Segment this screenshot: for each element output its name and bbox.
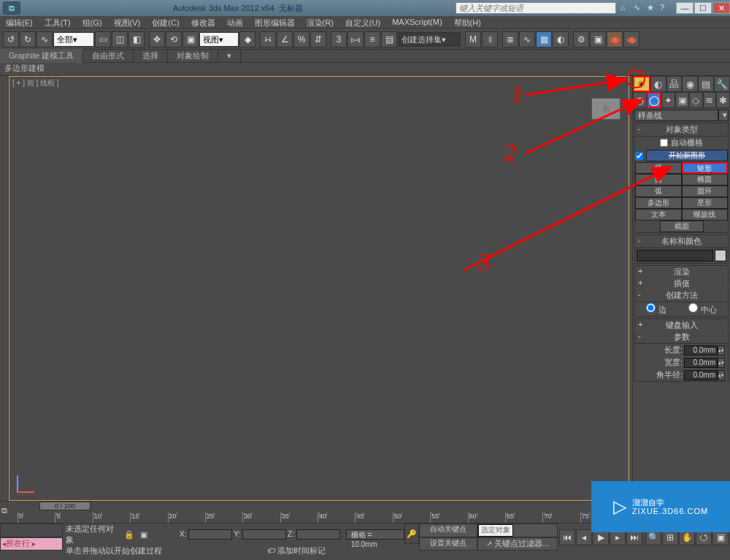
info-icon[interactable]: ∿ xyxy=(634,3,644,13)
rollout-header-name-color[interactable]: -名称和颜色 xyxy=(635,235,728,248)
pivot-button[interactable]: ◆ xyxy=(239,31,256,47)
ribbon-tab-paint[interactable]: 对象绘制 xyxy=(168,49,218,63)
auto-key-button[interactable]: 自动关键点 xyxy=(419,523,477,537)
tab-create[interactable]: ✳ xyxy=(633,76,650,92)
radio-center[interactable]: 中心 xyxy=(688,303,716,315)
menu-animation[interactable]: 动画 xyxy=(221,16,249,28)
maximize-button[interactable]: ☐ xyxy=(694,2,712,14)
window-crossing-button[interactable]: ◧ xyxy=(128,31,145,47)
btn-section[interactable]: 截面 xyxy=(660,220,704,232)
cat-lights[interactable]: ✦ xyxy=(661,92,675,108)
star-icon[interactable]: ★ xyxy=(647,3,657,13)
input-length[interactable] xyxy=(684,345,718,356)
align-button[interactable]: ≡ xyxy=(364,31,380,47)
btn-arc[interactable]: 弧 xyxy=(635,185,682,197)
radio-edge[interactable]: 边 xyxy=(646,303,666,315)
menu-group[interactable]: 组(G) xyxy=(77,16,108,28)
btn-helix[interactable]: 螺旋线 xyxy=(682,209,729,220)
set-key-button[interactable]: 设置关键点 xyxy=(419,537,477,551)
selection-lock[interactable]: 🔑 xyxy=(404,523,419,544)
layer-button[interactable]: ▤ xyxy=(381,31,397,47)
spinner-snap-button[interactable]: ⇵ xyxy=(310,31,326,47)
ribbon-collapse-icon[interactable]: ▾ xyxy=(218,50,241,62)
script-mini[interactable] xyxy=(0,523,63,537)
render-prod-button[interactable]: 🫖 xyxy=(623,31,639,47)
tab-utilities[interactable]: 🔧 xyxy=(714,76,730,92)
snap-3-button[interactable]: 3 xyxy=(331,31,347,47)
rollout-interp[interactable]: +插值 xyxy=(634,277,729,287)
tab-motion[interactable]: ◉ xyxy=(682,76,698,92)
menu-modifiers[interactable]: 修改器 xyxy=(185,16,221,28)
viewport[interactable]: [ + ] 前 ] 线框 ] xyxy=(9,76,629,501)
time-slider-handle[interactable]: 0 / 100 xyxy=(39,502,91,510)
btn-rectangle[interactable]: 矩形 xyxy=(682,162,729,174)
spinner-width[interactable]: ▴▾ xyxy=(718,358,725,368)
key-filters-button[interactable]: ↗ 关键点过滤器... xyxy=(477,537,558,551)
menu-customize[interactable]: 自定义(U) xyxy=(339,16,386,28)
key-mode-dropdown[interactable]: 选定对象 xyxy=(478,524,513,537)
named-selection-dropdown[interactable]: 创建选择集▾ xyxy=(398,32,461,47)
category-dropdown[interactable]: 样条线 xyxy=(634,110,718,121)
select-button[interactable]: ▭ xyxy=(95,31,111,47)
tab-hierarchy[interactable]: 品 xyxy=(666,76,683,92)
ribbon-sub[interactable]: 多边形建模 xyxy=(0,63,730,76)
menu-edit[interactable]: 编辑(E) xyxy=(0,16,39,28)
input-width[interactable] xyxy=(684,358,718,368)
btn-donut[interactable]: 圆环 xyxy=(682,185,729,197)
input-radius[interactable] xyxy=(684,370,718,380)
minimize-button[interactable]: — xyxy=(676,2,694,14)
render-setup-button[interactable]: ⚙ xyxy=(573,31,589,47)
object-name-input[interactable] xyxy=(637,250,713,261)
cat-space[interactable]: ≋ xyxy=(703,92,717,108)
render-button[interactable]: 🫖 xyxy=(607,31,623,47)
ribbon-tab-freeform[interactable]: 自由形式 xyxy=(83,49,134,63)
help-icon[interactable]: ? xyxy=(660,3,670,13)
rotate-button[interactable]: ⟲ xyxy=(166,31,182,47)
layers-button[interactable]: ≣ xyxy=(502,31,518,47)
cat-geometry[interactable]: ◓ xyxy=(633,92,647,108)
snap-button[interactable]: ∺ xyxy=(260,31,276,47)
select-region-button[interactable]: ◫ xyxy=(112,31,128,47)
color-swatch[interactable] xyxy=(715,250,726,261)
coord-x[interactable] xyxy=(188,529,232,540)
viewport-label[interactable]: [ + ] 前 ] 线框 ] xyxy=(12,78,59,88)
menu-render[interactable]: 渲染(R) xyxy=(301,16,339,28)
btn-ngon[interactable]: 多边形 xyxy=(635,197,682,209)
cat-systems[interactable]: ✱ xyxy=(716,92,730,108)
menu-view[interactable]: 视图(V) xyxy=(108,16,147,28)
coord-z[interactable] xyxy=(296,529,340,540)
scale-button[interactable]: ▣ xyxy=(182,31,199,47)
cat-shapes[interactable]: ◯ xyxy=(647,92,662,108)
search-input[interactable] xyxy=(456,2,616,14)
render-frame-button[interactable]: ▣ xyxy=(590,31,606,47)
btn-ellipse[interactable]: 椭圆 xyxy=(682,174,729,185)
spinner-length[interactable]: ▴▾ xyxy=(718,345,725,356)
menu-maxscript[interactable]: MAXScript(M) xyxy=(386,16,447,28)
btn-text[interactable]: 文本 xyxy=(635,209,682,220)
lock-icon[interactable]: 🔒 xyxy=(124,530,134,540)
link-button[interactable]: ∿ xyxy=(36,31,53,47)
rollout-header-method[interactable]: -创建方法 xyxy=(635,289,728,302)
prev-frame-button[interactable]: ◂ xyxy=(576,529,592,545)
goto-start-button[interactable]: ⏮ xyxy=(559,529,575,545)
autogrid-checkbox[interactable] xyxy=(660,139,668,147)
btn-line[interactable]: 线 xyxy=(635,162,682,174)
menu-help[interactable]: 帮助(H) xyxy=(448,16,487,28)
binoculars-icon[interactable]: ⌕ xyxy=(620,3,631,13)
angle-snap-button[interactable]: ∠ xyxy=(277,31,293,47)
mirror-tool-button[interactable]: M xyxy=(465,31,481,47)
rollout-render[interactable]: +渲染 xyxy=(634,265,729,275)
percent-snap-button[interactable]: % xyxy=(293,31,310,47)
spinner-radius[interactable]: ▴▾ xyxy=(718,370,725,380)
iso-icon[interactable]: ▣ xyxy=(140,530,147,540)
startnew-checkbox[interactable] xyxy=(635,152,643,160)
menu-create[interactable]: 创建(C) xyxy=(146,16,185,28)
menu-tools[interactable]: 工具(T) xyxy=(39,16,77,28)
tab-modify[interactable]: ◐ xyxy=(650,76,666,92)
ribbon-tab-graphite[interactable]: Graphite 建模工具 xyxy=(0,49,83,63)
coord-y[interactable] xyxy=(242,529,286,540)
btn-star[interactable]: 星形 xyxy=(682,197,729,209)
ref-coord-dropdown[interactable]: 视图▾ xyxy=(199,32,239,47)
close-button[interactable]: ✕ xyxy=(712,2,730,14)
rollout-header-params[interactable]: -参数 xyxy=(635,331,728,344)
